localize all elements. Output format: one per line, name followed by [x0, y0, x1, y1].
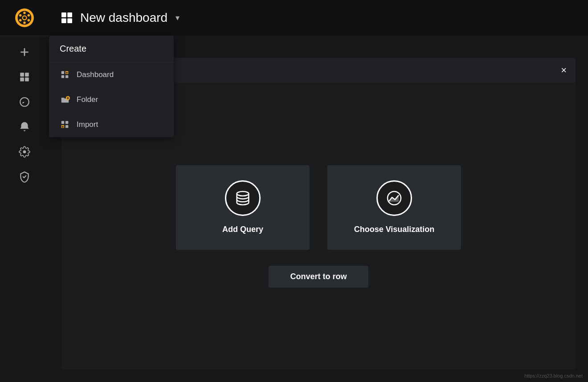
topbar: New dashboard ▾	[49, 0, 588, 36]
dropdown-item-import[interactable]: Import	[49, 112, 174, 137]
svg-rect-10	[20, 73, 24, 77]
svg-marker-16	[23, 102, 24, 104]
folder-plus-icon	[60, 95, 70, 105]
svg-point-2	[23, 12, 26, 14]
choose-visualization-card[interactable]: Choose Visualization	[327, 165, 461, 250]
create-dropdown-menu: Create Dashboard Folder	[49, 36, 174, 137]
svg-point-17	[23, 150, 26, 154]
svg-point-29	[388, 191, 401, 205]
sidebar-item-alerting[interactable]	[0, 114, 49, 139]
svg-rect-19	[67, 12, 72, 17]
svg-point-4	[28, 19, 30, 22]
sidebar-item-shield[interactable]	[0, 164, 49, 189]
folder-item-icon	[60, 94, 70, 105]
dropdown-header: Create	[49, 36, 174, 62]
visualization-chart-icon	[385, 189, 403, 207]
bell-icon	[19, 121, 30, 133]
gear-icon	[19, 146, 30, 158]
add-query-card[interactable]: Add Query	[176, 165, 310, 250]
svg-rect-31	[61, 71, 64, 74]
sidebar	[0, 0, 49, 382]
svg-rect-41	[65, 121, 68, 124]
svg-point-28	[237, 191, 249, 196]
import-icon	[60, 120, 70, 130]
shield-icon	[19, 171, 30, 183]
add-query-label: Add Query	[222, 225, 263, 234]
sidebar-item-add[interactable]	[0, 40, 49, 65]
grid-icon	[19, 71, 30, 83]
dashboard-grid-icon	[60, 11, 74, 25]
dropdown-item-folder[interactable]: Folder	[49, 87, 174, 112]
chevron-down-icon[interactable]: ▾	[176, 13, 180, 23]
svg-rect-40	[61, 121, 64, 124]
dropdown-item-import-label: Import	[77, 120, 98, 129]
svg-point-6	[19, 19, 22, 22]
add-query-icon	[225, 180, 261, 216]
dashboard-item-icon	[60, 69, 70, 80]
svg-rect-11	[25, 73, 29, 77]
sidebar-logo	[0, 0, 49, 36]
sidebar-nav	[0, 36, 49, 189]
dashboard-plus-icon	[60, 70, 70, 80]
svg-rect-33	[61, 75, 64, 78]
plus-icon	[19, 46, 30, 58]
svg-rect-21	[67, 18, 72, 23]
url-bar: https://zzq23.blog.csdn.net	[524, 373, 583, 378]
page-title: New dashboard	[80, 11, 167, 25]
sidebar-item-dashboards[interactable]	[0, 65, 49, 89]
compass-icon	[19, 96, 30, 108]
choose-visualization-label: Choose Visualization	[354, 225, 435, 234]
svg-rect-18	[61, 12, 66, 17]
svg-rect-20	[61, 18, 66, 23]
svg-rect-43	[65, 125, 68, 128]
svg-rect-13	[25, 77, 29, 81]
import-item-icon	[60, 119, 70, 130]
svg-point-7	[19, 14, 22, 17]
dropdown-item-dashboard[interactable]: Dashboard	[49, 62, 174, 87]
panel-close-button[interactable]: ×	[561, 65, 567, 76]
sidebar-item-explore[interactable]	[0, 89, 49, 114]
svg-point-5	[23, 21, 26, 24]
svg-rect-34	[65, 75, 68, 78]
svg-point-9	[23, 16, 26, 20]
svg-rect-12	[20, 77, 24, 81]
svg-point-3	[28, 14, 30, 17]
panel-actions: Add Query Choose Visualization	[176, 165, 461, 250]
database-icon	[234, 189, 252, 207]
dropdown-item-dashboard-label: Dashboard	[77, 70, 114, 79]
choose-visualization-icon	[376, 180, 412, 216]
convert-to-row-button[interactable]: Convert to row	[269, 266, 368, 288]
grafana-logo-icon	[15, 8, 34, 28]
dropdown-item-folder-label: Folder	[77, 95, 98, 104]
sidebar-item-configuration[interactable]	[0, 139, 49, 164]
